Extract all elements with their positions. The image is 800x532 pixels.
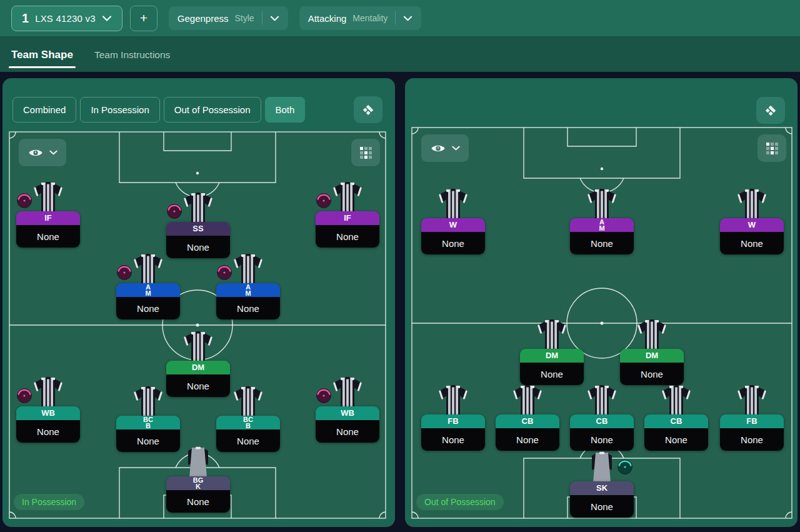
- role-box: AM None: [216, 283, 280, 319]
- player-name: None: [336, 231, 359, 242]
- chevron-down-icon: [49, 150, 58, 155]
- player-name: None: [37, 231, 59, 242]
- role-bar: FB: [720, 414, 784, 428]
- player-token-wb[interactable]: WB None: [316, 375, 379, 444]
- add-tactic-button[interactable]: +: [130, 6, 158, 31]
- striped-kit-icon: [31, 181, 66, 214]
- role-box: IF None: [16, 211, 80, 248]
- player-slot: None: [16, 225, 80, 248]
- player-token-cb[interactable]: CB None: [496, 383, 559, 452]
- ball-icon: [16, 193, 32, 209]
- player-name: None: [541, 369, 563, 379]
- tactic-selector[interactable]: 1 LXS 41230 v3: [11, 6, 122, 31]
- striped-kit-icon: [131, 253, 166, 286]
- role-bar: IF: [316, 211, 379, 225]
- player-name: None: [336, 426, 359, 437]
- player-slot: None: [570, 428, 634, 451]
- role-box: SK None: [570, 481, 634, 518]
- role-bar: AM: [570, 218, 634, 232]
- striped-kit-icon: [510, 384, 545, 417]
- role-bar: W: [421, 218, 485, 232]
- role-bar: CB: [644, 414, 708, 428]
- formation-grid-button[interactable]: [758, 134, 786, 162]
- tactic-number: 1: [22, 11, 29, 26]
- player-token-cb[interactable]: CB None: [570, 383, 634, 452]
- player-token-dm[interactable]: DM None: [520, 318, 584, 386]
- role-box: W None: [421, 218, 485, 254]
- role-bar: FB: [421, 414, 485, 428]
- goalkeeper-kit-icon: [584, 451, 619, 484]
- style-dropdown[interactable]: Gegenpress Style: [169, 6, 288, 30]
- role-box: BGK None: [166, 476, 230, 513]
- filter-both[interactable]: Both: [265, 97, 306, 123]
- content-area: Combined In Possession Out of Possession…: [0, 72, 800, 532]
- player-token-am[interactable]: AM None: [116, 252, 180, 321]
- player-token-if[interactable]: IF None: [16, 180, 80, 249]
- role-box: W None: [720, 218, 784, 254]
- role-bar: AM: [116, 283, 180, 297]
- player-slot: None: [720, 232, 784, 254]
- in-possession-pitch: In Possession IF: [9, 131, 386, 519]
- player-token-am[interactable]: AM None: [570, 187, 634, 256]
- role-bar: BCB: [216, 416, 280, 429]
- tactic-topbar: 1 LXS 41230 v3 + Gegenpress Style Attack…: [0, 0, 800, 38]
- chevron-down-icon: [452, 146, 460, 151]
- player-name: None: [741, 434, 763, 445]
- role-box: AM None: [570, 218, 634, 254]
- role-box: AM None: [116, 283, 180, 319]
- style-value: Gegenpress: [178, 13, 229, 24]
- player-token-bcb[interactable]: BCB None: [216, 384, 280, 453]
- kit-pattern-icon: [764, 104, 778, 118]
- chevron-down-icon: [403, 16, 412, 21]
- pitch-phase-badge: Out of Possession: [416, 494, 504, 510]
- tab-team-shape[interactable]: Team Shape: [11, 38, 73, 72]
- player-slot: None: [316, 225, 379, 248]
- player-token-fb[interactable]: FB None: [720, 383, 784, 452]
- style-label: Style: [235, 13, 254, 23]
- player-slot: None: [496, 428, 559, 451]
- player-token-sk[interactable]: SK None: [570, 450, 634, 519]
- mentality-value: Attacking: [308, 13, 347, 24]
- kit-style-button[interactable]: [354, 96, 382, 123]
- ball-icon: [116, 264, 132, 281]
- player-token-bgk[interactable]: BGK None: [166, 445, 230, 514]
- filter-combined[interactable]: Combined: [12, 97, 76, 123]
- player-token-fb[interactable]: FB None: [421, 383, 485, 452]
- role-bar: CB: [570, 414, 634, 428]
- kit-style-button[interactable]: [756, 97, 785, 124]
- player-slot: None: [570, 495, 634, 518]
- role-bar: DM: [620, 349, 684, 363]
- player-token-dm[interactable]: DM None: [620, 318, 684, 386]
- role-box: CB None: [644, 414, 708, 451]
- role-bar: DM: [520, 349, 584, 363]
- goalkeeper-kit-icon: [181, 446, 216, 479]
- chevron-down-icon: [270, 16, 279, 21]
- view-options-button[interactable]: [421, 134, 469, 162]
- ball-icon: [316, 388, 332, 404]
- player-token-w[interactable]: W None: [720, 187, 784, 256]
- mentality-dropdown[interactable]: Attacking Mentality: [299, 6, 422, 30]
- in-possession-panel: Combined In Possession Out of Possession…: [2, 78, 395, 527]
- grid-icon: [359, 146, 372, 159]
- player-name: None: [641, 369, 663, 379]
- player-token-bcb[interactable]: BCB None: [116, 384, 180, 453]
- player-name: None: [591, 238, 613, 249]
- player-token-w[interactable]: W None: [421, 187, 485, 256]
- player-name: None: [187, 496, 209, 507]
- role-bar: DM: [166, 361, 230, 374]
- filter-in-possession[interactable]: In Possession: [80, 97, 159, 123]
- formation-grid-button[interactable]: [351, 139, 380, 166]
- tab-team-instructions[interactable]: Team Instructions: [94, 38, 170, 72]
- view-options-button[interactable]: [19, 139, 66, 166]
- player-name: None: [591, 434, 613, 445]
- player-token-cb[interactable]: CB None: [644, 383, 708, 452]
- chevron-down-icon: [102, 16, 112, 21]
- filter-out-of-possession[interactable]: Out of Possession: [164, 97, 261, 123]
- player-token-wb[interactable]: WB None: [16, 375, 80, 444]
- player-token-am[interactable]: AM None: [216, 252, 280, 321]
- player-token-ss[interactable]: SS None: [166, 191, 230, 259]
- pitch-phase-badge: In Possession: [14, 494, 84, 510]
- striped-kit-icon: [181, 331, 216, 363]
- player-token-if[interactable]: IF None: [316, 180, 379, 249]
- player-name: None: [187, 242, 209, 253]
